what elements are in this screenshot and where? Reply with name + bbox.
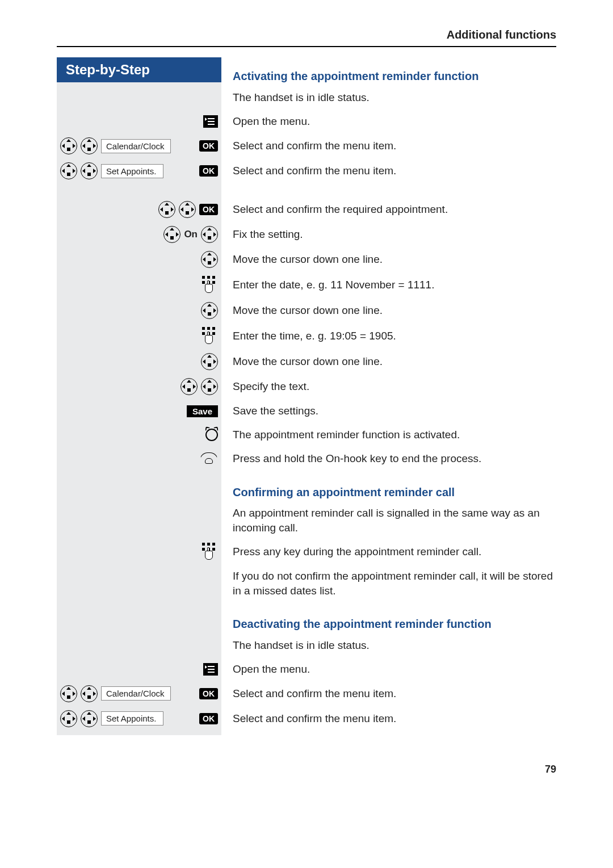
step-row: The handset is in idle status. [233, 638, 556, 653]
menu-label: Set Appoints. [101, 164, 163, 178]
step-text: The handset is in idle status. [221, 90, 556, 105]
step-text: The handset is in idle status. [221, 638, 556, 653]
navpad-icon [179, 201, 196, 218]
content-column: Activating the appointment reminder func… [221, 57, 556, 735]
save-button: Save [187, 405, 218, 417]
navpad-icon [60, 685, 77, 702]
navpad-icon [180, 378, 198, 395]
navpad-icon [81, 162, 98, 179]
navpad-icon [60, 710, 77, 727]
step-column: Step-by-Step [57, 57, 221, 735]
navpad-icon [201, 302, 218, 319]
keypad-icon [202, 543, 218, 561]
main-layout: Step-by-Step Activating the appointment … [57, 57, 556, 735]
navpad-icon [81, 710, 98, 727]
step-row: Move the cursor down one line. [233, 302, 556, 319]
step-row: Set Appoints. OK Select and confirm the … [233, 162, 556, 179]
step-row: Save Save the settings. [233, 403, 556, 419]
step-text: Press and hold the On-hook key to end th… [221, 451, 556, 466]
step-row: Move the cursor down one line. [233, 251, 556, 268]
step-row: The handset is in idle status. [233, 90, 556, 106]
section-heading-deactivate: Deactivating the appointment reminder fu… [233, 618, 556, 631]
step-text: Fix the setting. [221, 227, 556, 242]
step-text: Move the cursor down one line. [221, 252, 556, 267]
step-text: Specify the text. [221, 379, 556, 394]
step-text: Move the cursor down one line. [221, 354, 556, 369]
ok-button: OK [199, 713, 218, 724]
step-text: An appointment reminder call is signalle… [221, 506, 556, 535]
navpad-icon [81, 685, 98, 702]
keypad-icon [202, 327, 218, 345]
navpad-icon [201, 353, 218, 370]
step-row: Calendar/Clock OK Select and confirm the… [233, 137, 556, 154]
navpad-icon [158, 201, 175, 218]
navpad-icon [201, 226, 218, 243]
step-text: Select and confirm the menu item. [221, 711, 556, 726]
step-row: Open the menu. [233, 114, 556, 129]
step-row: Move the cursor down one line. [233, 353, 556, 370]
page-header: Additional functions [57, 28, 556, 47]
menu-label: Calendar/Clock [101, 686, 171, 701]
step-row: Calendar/Clock OK Select and confirm the… [233, 685, 556, 702]
step-row: The appointment reminder function is act… [233, 427, 556, 443]
menu-label: Calendar/Clock [101, 139, 171, 153]
step-text: Select and confirm the menu item. [221, 139, 556, 153]
step-text: Save the settings. [221, 404, 556, 418]
step-text: Open the menu. [221, 662, 556, 677]
navpad-icon [60, 137, 77, 154]
step-row: Press any key during the appointment rem… [233, 543, 556, 561]
step-row: OK Select and confirm the required appoi… [233, 201, 556, 218]
step-row: Specify the text. [233, 378, 556, 395]
step-banner: Step-by-Step [57, 57, 221, 82]
section-heading-activate: Activating the appointment reminder func… [233, 70, 556, 83]
menu-label: Set Appoints. [101, 711, 163, 726]
navpad-icon [81, 137, 98, 154]
menu-icon [203, 115, 218, 128]
step-text: Open the menu. [221, 114, 556, 129]
step-row: If you do not confirm the appointment re… [233, 569, 556, 598]
step-text: If you do not confirm the appointment re… [221, 569, 556, 598]
step-row: On Fix the setting. [233, 226, 556, 243]
keypad-icon [202, 276, 218, 294]
navpad-icon [163, 226, 180, 243]
step-text: Select and confirm the menu item. [221, 686, 556, 701]
step-text: Press any key during the appointment rem… [221, 544, 556, 559]
step-row: Press and hold the On-hook key to end th… [233, 451, 556, 467]
step-text: The appointment reminder function is act… [221, 427, 556, 442]
step-row: An appointment reminder call is signalle… [233, 506, 556, 535]
step-text: Enter the date, e. g. 11 November = 1111… [221, 278, 556, 292]
menu-icon [203, 663, 218, 676]
navpad-icon [201, 378, 218, 395]
step-row: Enter the time, e. g. 19:05 = 1905. [233, 327, 556, 345]
alarm-icon [205, 429, 218, 441]
on-label: On [184, 229, 198, 240]
onhook-icon [200, 452, 218, 465]
step-text: Select and confirm the required appointm… [221, 202, 556, 217]
section-heading-confirm: Confirming an appointment reminder call [233, 486, 556, 499]
step-row: Open the menu. [233, 661, 556, 677]
ok-button: OK [199, 688, 218, 699]
step-row: Enter the date, e. g. 11 November = 1111… [233, 276, 556, 294]
ok-button: OK [199, 140, 218, 152]
step-row: Set Appoints. OK Select and confirm the … [233, 710, 556, 727]
navpad-icon [60, 162, 77, 179]
step-text: Move the cursor down one line. [221, 303, 556, 318]
step-text: Select and confirm the menu item. [221, 163, 556, 178]
ok-button: OK [199, 165, 218, 177]
step-text: Enter the time, e. g. 19:05 = 1905. [221, 329, 556, 343]
navpad-icon [201, 251, 218, 268]
page-number: 79 [57, 764, 556, 775]
ok-button: OK [199, 204, 218, 215]
